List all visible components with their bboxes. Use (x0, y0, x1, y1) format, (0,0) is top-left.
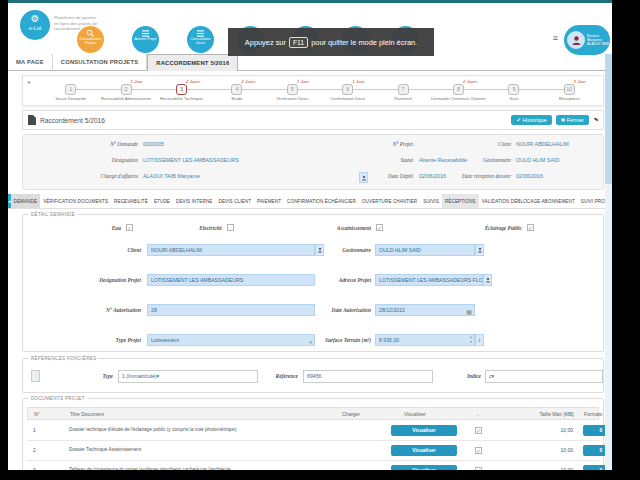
field-label: Surface Terrain (m²) (291, 337, 371, 343)
type-projet-select[interactable]: Lotissement▾ (147, 334, 315, 346)
vertical-scrollbar[interactable] (605, 54, 612, 470)
section-title: Raccordement 5/2016 (40, 117, 105, 124)
document-icon (28, 115, 36, 125)
surface-terrain-stepper[interactable]: 8 935,00▴▾ (375, 334, 475, 346)
person-icon (477, 247, 483, 253)
field-label: Type Projet (31, 337, 141, 343)
fermer-button[interactable]: ✖ Fermer (556, 115, 589, 125)
tab-ouverture-chantier[interactable]: OUVERTURE CHANTIER (359, 194, 420, 208)
tab-suivis[interactable]: SUIVIS (420, 194, 442, 208)
tab-devis-interne[interactable]: DEVIS INTERNE (173, 194, 216, 208)
hamburger-menu-icon[interactable]: ≡ (553, 33, 558, 43)
checkbox-eclairage-public[interactable]: ✓ (527, 224, 534, 231)
client-input[interactable]: NOURI ABDELHALIM (147, 244, 315, 256)
nav-actions-projet[interactable]: Actions Projet (132, 26, 159, 53)
tab-receptions[interactable]: RÉCEPTIONS (442, 194, 479, 208)
tab-raccordement[interactable]: RACCORDEMENT 5/2016 (147, 54, 238, 71)
tab-ma-page[interactable]: MA PAGE (8, 54, 53, 71)
field-label: Gestionnaire (291, 247, 371, 253)
field-label: Date réception dossier (443, 173, 511, 179)
field-label: N° Demande (33, 141, 138, 147)
row-checkbox[interactable]: ✓ (475, 467, 482, 470)
spinner-arrows-icon[interactable]: ▴▾ (470, 335, 472, 345)
historique-button[interactable]: ✔ Historique (511, 115, 551, 125)
add-reference-button[interactable] (31, 370, 40, 382)
table-row: 2 Dossier Technique Assainissement Visua… (27, 441, 599, 461)
col-formats: Formats (584, 411, 602, 417)
step-receptions[interactable]: 1 Jour10Réceptions (542, 76, 597, 105)
stepper-scroll-left-icon[interactable]: ◂ (27, 78, 30, 85)
visualiser-button[interactable]: Visualiser (391, 425, 457, 436)
logo-text: e-Lot (20, 25, 50, 31)
designation-projet-input[interactable]: LOTISSEMENT LES AMBASSADEURS (147, 274, 315, 286)
step-recevabilite-administrative[interactable]: 1 Jour2Recevabilité Administrative (98, 76, 153, 105)
tab-paiement[interactable]: PAIEMENT (254, 194, 284, 208)
step-verification-devis[interactable]: 1 Jour5Verification Devis (265, 76, 320, 105)
calendar-icon[interactable]: ▦ (466, 307, 472, 316)
tab-demande[interactable]: DEMANDE (11, 194, 41, 208)
gestionnaire-lookup-button[interactable] (475, 244, 484, 256)
adresse-expand-button[interactable] (483, 274, 492, 286)
visualiser-button[interactable]: Visualiser (391, 465, 457, 470)
step-confirmation-devis[interactable]: 1 Jour6Confirmation Devis (320, 76, 375, 105)
tab-consultation-projets[interactable]: CONSULTATION PROJETS (53, 54, 147, 71)
step-recevabilite-technique[interactable]: 2 Jours3Recevabilité Technique (154, 76, 209, 105)
step-suivi[interactable]: 9Suivi (486, 76, 541, 105)
tab-verification-documents[interactable]: VÉRIFICATION DOCUMENTS (40, 194, 111, 208)
type-foncier-select[interactable]: 1 (Immatriculé)▾ (118, 370, 258, 383)
field-label: N° Autorisation (31, 307, 141, 313)
checkbox-eau[interactable]: ✓ (126, 224, 133, 231)
visualiser-button[interactable]: Visualiser (391, 445, 457, 456)
row-checkbox[interactable]: ✓ (475, 447, 482, 454)
row-checkbox[interactable]: ✓ (475, 427, 482, 434)
user-greeting: Bonjour Maryame ALAOUI TAIB (587, 34, 609, 47)
checkbox-assainissement[interactable]: ✓ (376, 224, 383, 231)
col-dots: .. (476, 411, 479, 417)
tab-validation-deblocage-abonnement[interactable]: VALIDATION DÉBLOCAGE ABONNEMENT (479, 194, 578, 208)
app-logo[interactable]: ⚙ e-Lot (20, 10, 50, 40)
step-paiement[interactable]: 7Paiement (375, 76, 430, 105)
info-button[interactable]: i (475, 334, 484, 346)
tab-devis-client[interactable]: DEVIS CLIENT (216, 194, 255, 208)
step-demande-ouverture-chantier[interactable]: 2 Jours8Demande Ouverture Chantier (431, 76, 486, 105)
app-window: ⚙ e-Lot Plateforme de gestion en ligne d… (8, 0, 612, 470)
person-icon (485, 277, 491, 283)
tab-etude[interactable]: ETUDE (151, 194, 173, 208)
fieldset-legend: RÉFÉRENCES FONCIÈRES (29, 356, 98, 361)
avatar (567, 31, 585, 49)
n-autorisation-input[interactable]: 28 (147, 304, 315, 316)
fullscreen-toast: Appuyez sur F11 pour quitter le mode ple… (228, 28, 434, 56)
toast-prefix: Appuyez sur (245, 38, 286, 47)
scrollbar-thumb[interactable] (605, 54, 612, 184)
reference-input[interactable]: 69456 (303, 370, 433, 383)
pin-icon[interactable]: ✒ (591, 115, 600, 125)
field-label: Adresse Projet (291, 277, 371, 283)
user-badge[interactable]: Bonjour Maryame ALAOUI TAIB (564, 25, 610, 55)
row-title: Tableau de consistance du projet (surfac… (69, 467, 359, 470)
row-title: Dossier technique d'étude de l'éclairage… (69, 427, 359, 432)
indice-select[interactable]: c▾ (485, 370, 603, 383)
checkbox-electricite[interactable] (227, 224, 234, 231)
col-visualiser: Visualiser (404, 411, 426, 417)
col-charger: Charger (342, 411, 360, 417)
table-row: 3 Tableau de consistance du projet (surf… (27, 461, 599, 470)
adresse-projet-input[interactable]: LOTISSEMENT LES AMBASSADEURS FLORIDA (375, 274, 483, 286)
taille-max-value: 10,00 (527, 427, 573, 433)
gestionnaire-input[interactable]: OULD HLIM SAID (375, 244, 475, 256)
service-label: Assainissement (311, 225, 371, 231)
main-tab-bar: MA PAGE CONSULTATION PROJETS RACCORDEMEN… (8, 54, 612, 71)
fieldset-legend: DÉTAIL DEMANDE (29, 212, 77, 217)
step-saisie-demande[interactable]: 1Saisie Demande (43, 76, 98, 105)
step-etude[interactable]: 2 Jours4Etude (209, 76, 264, 105)
nav-consultations-projets[interactable]: Consultations Projets (77, 26, 104, 53)
tab-recevabilite[interactable]: RECEVABILITÉ (111, 194, 151, 208)
project-summary-panel: N° Demande 0000005 Designation LOTISSEME… (22, 134, 604, 190)
client-value: NOURI ABDELHALIM (516, 141, 569, 147)
taille-max-value: 10,00 (527, 467, 573, 470)
tab-confirmation-echeancier[interactable]: CONFIRMATION ÉCHÉANCIER (284, 194, 359, 208)
field-label: Date Dépôt (313, 173, 413, 179)
section-bar: Raccordement 5/2016 ✔ Historique ✖ Ferme… (22, 110, 604, 130)
nav-consultation-devis[interactable]: Consultation Devis (187, 26, 214, 53)
chevron-down-icon: ▾ (157, 373, 160, 379)
date-autorisation-input[interactable]: 28/12/2013▦ (375, 304, 475, 316)
